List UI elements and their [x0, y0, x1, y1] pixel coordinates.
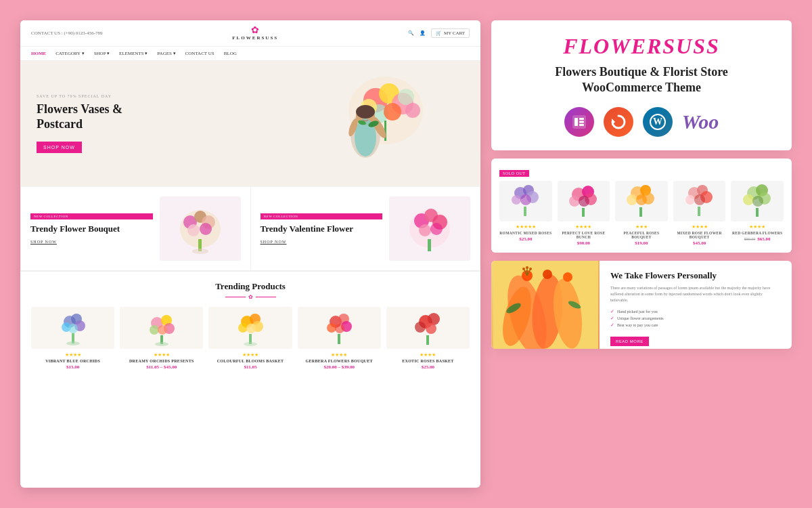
brand-subtitle: Flowers Boutique & Florist Store WooComm… — [508, 64, 775, 96]
products-panel: SOLD OUT ★★★★★ R — [491, 158, 792, 253]
svg-point-45 — [150, 325, 159, 335]
site-header: CONTACT US : (+90) 0123-456-789 ✿ FLOWER… — [20, 20, 480, 47]
svg-rect-70 — [579, 121, 584, 123]
section-header: Trending Products ✿ — [31, 281, 470, 300]
right-product-price-old-5: $80.00 — [744, 237, 756, 241]
product-name-3: COLOURFUL BLOOMS BASKET — [217, 359, 284, 363]
svg-point-5 — [384, 103, 401, 121]
cart-button[interactable]: 🛒 MY CART — [431, 28, 470, 38]
svg-point-55 — [244, 342, 257, 346]
product-image-5 — [386, 307, 470, 349]
product-price-5: $25.00 — [422, 364, 434, 370]
svg-point-85 — [579, 196, 589, 207]
svg-point-8 — [405, 103, 420, 118]
product-price-3: $11.05 — [244, 364, 257, 370]
hero-shop-button[interactable]: SHOP NOW — [37, 142, 82, 153]
svg-point-46 — [158, 325, 167, 335]
product-card-1: ★★★★ VIBRANT BLUE ORCHIDS $15.00 — [31, 307, 114, 370]
logo-icon: ✿ — [251, 26, 259, 35]
collection-row: NEW COLLECTION Trendy Flower Bouquet SHO… — [20, 186, 480, 271]
product-image-4 — [298, 307, 381, 349]
nav-home[interactable]: HOME — [31, 51, 46, 56]
check-icon-3: ✓ — [610, 322, 614, 328]
svg-point-102 — [743, 194, 754, 205]
right-products-grid: ★★★★★ ROMANTIC MIXED ROSES $25.00 — [499, 181, 784, 246]
nav-category[interactable]: CATEGORY ▾ — [55, 51, 84, 56]
nav-contact[interactable]: CONTACT US — [185, 51, 215, 56]
right-product-name-2: PERFECT LOVE ROSE BUNCH — [558, 231, 610, 239]
svg-point-84 — [569, 196, 580, 207]
nav-pages[interactable]: PAGES ▾ — [157, 51, 175, 56]
we-take-desc: There are many variations of passages of… — [610, 285, 781, 303]
hero-content: SAVE UP TO 70% SPECIAL DAY Flowers Vases… — [20, 81, 139, 167]
divider-line-right — [256, 297, 276, 297]
new-collection-badge-2: NEW COLLECTION — [261, 213, 383, 219]
svg-point-25 — [200, 223, 212, 235]
feature-list: ✓ Hand picked just for you ✓ Unique flow… — [610, 309, 781, 328]
svg-point-32 — [419, 224, 431, 236]
right-product-name-5: RED GERBERA FLOWERS — [732, 231, 782, 235]
svg-rect-69 — [579, 118, 584, 120]
right-product-price-5: $65.00 — [757, 236, 770, 242]
svg-point-96 — [685, 195, 695, 205]
svg-point-48 — [155, 342, 168, 346]
collection-card-2: NEW COLLECTION Trendy Valentine Flower S… — [250, 186, 481, 271]
check-icon-1: ✓ — [610, 309, 614, 314]
right-stars-5: ★★★★ — [749, 224, 765, 230]
tech-icons: W Woo — [508, 107, 775, 137]
svg-point-118 — [526, 266, 528, 269]
shop-now-link-2[interactable]: SHOP NOW — [261, 240, 383, 244]
right-product-name-3: PEACEFUL ROSES BOUQUET — [615, 231, 668, 239]
svg-rect-86 — [582, 208, 585, 217]
collection-card-1: NEW COLLECTION Trendy Flower Bouquet SHO… — [20, 186, 250, 271]
user-icon[interactable]: 👤 — [420, 30, 426, 36]
logo-area: ✿ FLOWERSUSS — [232, 26, 278, 41]
right-product-price-4: $45.00 — [693, 240, 706, 246]
svg-text:W: W — [653, 117, 662, 127]
new-collection-badge-1: NEW COLLECTION — [30, 213, 153, 219]
feature-item-1: ✓ Hand picked just for you — [610, 309, 781, 314]
product-image-2 — [120, 307, 203, 349]
product-image-1 — [31, 307, 114, 349]
left-panel: CONTACT US : (+90) 0123-456-789 ✿ FLOWER… — [20, 20, 480, 488]
nav-shop[interactable]: SHOP ▾ — [94, 51, 110, 56]
right-product-img-5 — [731, 181, 784, 221]
nav-blog[interactable]: BLOG — [224, 51, 237, 56]
collection-image-1 — [160, 196, 241, 261]
feature-item-2: ✓ Unique flower arrangements — [610, 316, 781, 321]
svg-point-60 — [335, 324, 344, 333]
section-divider: ✿ — [31, 294, 470, 300]
svg-point-117 — [529, 268, 532, 270]
svg-point-103 — [752, 196, 763, 207]
product-name-2: DREAMY ORCHIDS PRESENTS — [129, 359, 194, 363]
divider-line-left — [225, 297, 246, 297]
right-product-img-2 — [558, 181, 610, 221]
svg-point-63 — [428, 313, 440, 325]
collection-info-1: NEW COLLECTION Trendy Flower Bouquet SHO… — [30, 196, 153, 261]
shop-now-link-1[interactable]: SHOP NOW — [30, 240, 153, 244]
wordpress-icon: W — [643, 107, 673, 137]
product-price-1: $15.00 — [66, 364, 79, 370]
check-icon-2: ✓ — [610, 316, 614, 321]
svg-point-16 — [362, 115, 364, 117]
svg-point-39 — [68, 324, 78, 333]
svg-point-24 — [187, 224, 200, 236]
read-more-button[interactable]: READ MORE — [610, 337, 649, 346]
product-card-5: ★★★★ EXOTIC ROSES BASKET $25.00 — [386, 307, 470, 370]
right-product-card-1: ★★★★★ ROMANTIC MIXED ROSES $25.00 — [499, 181, 552, 246]
product-image-3 — [208, 307, 292, 349]
collection-title-1: Trendy Flower Bouquet — [30, 224, 153, 234]
svg-point-27 — [192, 249, 208, 254]
flowers-image-panel — [491, 261, 600, 349]
svg-point-41 — [66, 341, 80, 345]
svg-rect-92 — [639, 207, 642, 217]
right-product-price-1: $25.00 — [519, 236, 532, 242]
product-stars-1: ★★★★ — [65, 352, 81, 358]
we-take-title: We Take Flowers Personally — [610, 270, 781, 281]
search-icon[interactable]: 🔍 — [408, 30, 414, 36]
site-nav: HOME CATEGORY ▾ SHOP ▾ ELEMENTS ▾ PAGES … — [20, 47, 480, 61]
right-product-card-2: ★★★★ PERFECT LOVE ROSE BUNCH $90.00 — [558, 181, 610, 246]
section-title: Trending Products — [31, 281, 470, 292]
product-stars-3: ★★★★ — [242, 352, 258, 358]
nav-elements[interactable]: ELEMENTS ▾ — [119, 51, 148, 56]
